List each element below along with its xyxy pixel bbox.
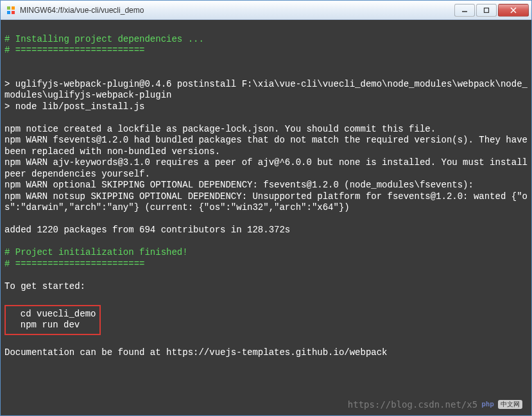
added-packages: added 1220 packages from 694 contributor…	[4, 225, 290, 235]
minimize-button[interactable]	[454, 4, 475, 17]
maximize-button[interactable]	[476, 4, 497, 17]
window-controls	[454, 4, 529, 17]
watermark-badge: 中文网	[498, 400, 522, 409]
watermark: https://blog.csdn.net/x5 php 中文网	[348, 399, 522, 411]
cmd-node: > node lib/post_install.js	[4, 101, 144, 112]
window-title: MINGW64:/f/xia/vue-cli/vuecli_demo	[20, 6, 454, 15]
svg-rect-1	[12, 6, 15, 10]
npm-warn-fsevents: npm WARN fsevents@1.2.0 had bundled pack…	[4, 135, 531, 157]
init-divider: # ========================	[4, 259, 144, 269]
npm-warn-ajv: npm WARN ajv-keywords@3.1.0 requires a p…	[4, 157, 531, 179]
npm-warn-optional: npm WARN optional SKIPPING OPTIONAL DEPE…	[4, 180, 474, 190]
terminal-output[interactable]: # Installing project dependencies ... # …	[1, 20, 531, 415]
app-window: MINGW64:/f/xia/vue-cli/vuecli_demo # Ins…	[0, 0, 532, 416]
close-button[interactable]	[498, 4, 529, 17]
npm-notice: npm notice created a lockfile as package…	[4, 124, 436, 134]
app-icon	[6, 5, 16, 15]
npm-warn-notsup: npm WARN notsup SKIPPING OPTIONAL DEPEND…	[4, 191, 528, 213]
svg-rect-0	[7, 6, 10, 10]
cmd-cd: cd vuecli_demo	[10, 309, 96, 319]
svg-rect-3	[12, 11, 15, 14]
install-header: # Installing project dependencies ...	[4, 34, 204, 44]
to-get-started: To get started:	[4, 281, 85, 291]
svg-rect-5	[485, 8, 489, 12]
titlebar[interactable]: MINGW64:/f/xia/vue-cli/vuecli_demo	[1, 1, 531, 20]
svg-rect-2	[7, 11, 10, 14]
section-divider: # ========================	[4, 45, 144, 55]
init-finished: # Project initialization finished!	[4, 247, 188, 257]
cmd-uglify: > uglifyjs-webpack-plugin@0.4.6 postinst…	[4, 79, 528, 101]
watermark-text: https://blog.csdn.net/x5	[348, 399, 477, 411]
commands-highlight-box: cd vuecli_demo npm run dev	[4, 305, 101, 335]
cmd-npm-run: npm run dev	[10, 320, 80, 330]
watermark-php: php	[481, 400, 494, 409]
docs-line: Documentation can be found at https://vu…	[4, 347, 388, 358]
